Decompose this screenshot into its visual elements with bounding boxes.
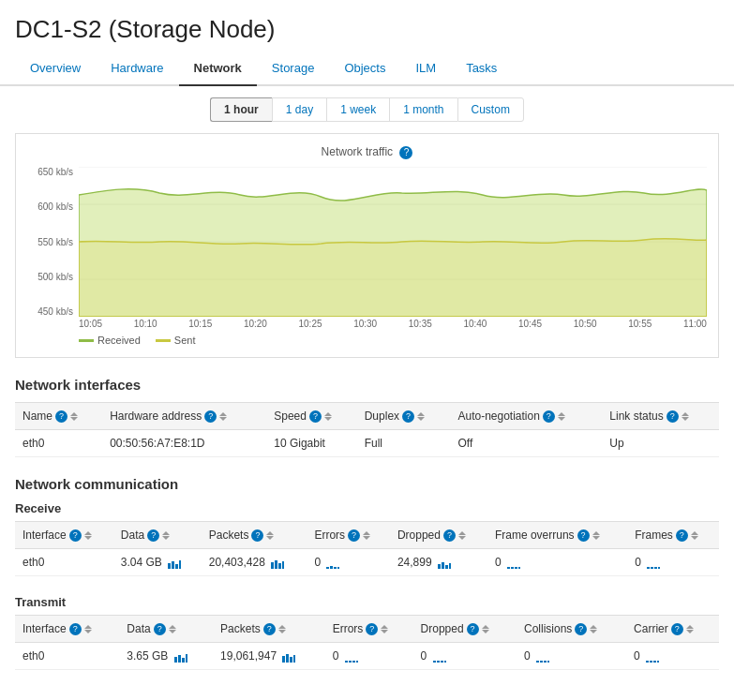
tx-data-info-icon[interactable]: ? <box>154 623 166 635</box>
svg-rect-48 <box>547 661 549 663</box>
tx-collisions-chart-icon[interactable] <box>536 652 549 662</box>
cell-tx-collisions: 0 <box>517 643 626 670</box>
duplex-info-icon[interactable]: ? <box>402 410 414 423</box>
rx-frame-overruns-info-icon[interactable]: ? <box>577 529 590 542</box>
transmit-header-row: Interface ? Data ? <box>15 616 719 643</box>
svg-rect-20 <box>449 563 451 569</box>
rx-frames-info-icon[interactable]: ? <box>676 529 688 542</box>
tx-dropped-chart-icon[interactable] <box>433 652 446 662</box>
tx-interface-sort[interactable] <box>84 625 92 633</box>
tx-errors-chart-icon[interactable] <box>345 652 358 662</box>
tx-collisions-sort[interactable] <box>590 625 597 633</box>
tx-collisions-info-icon[interactable]: ? <box>575 623 587 635</box>
tx-interface-info-icon[interactable]: ? <box>69 623 82 635</box>
chart-info-icon[interactable]: ? <box>399 146 412 159</box>
hardware-address-info-icon[interactable]: ? <box>204 410 217 423</box>
cell-duplex: Full <box>357 430 451 457</box>
tab-tasks[interactable]: Tasks <box>451 52 512 86</box>
th-rx-frame-overruns: Frame overruns ? <box>487 522 627 549</box>
tx-data-sort[interactable] <box>169 625 176 633</box>
rx-errors-chart-icon[interactable] <box>326 559 339 568</box>
cell-auto-negotiation: Off <box>450 430 602 457</box>
rx-errors-info-icon[interactable]: ? <box>348 529 360 542</box>
tx-packets-chart-icon[interactable] <box>282 652 295 662</box>
rx-dropped-sort[interactable] <box>458 531 466 540</box>
time-tab-1week[interactable]: 1 week <box>326 97 389 122</box>
rx-frames-sort[interactable] <box>691 531 698 540</box>
time-tab-custom[interactable]: Custom <box>457 97 524 122</box>
cell-tx-carrier: 0 <box>626 643 719 670</box>
legend-sent: Sent <box>156 335 196 346</box>
tx-carrier-chart-icon[interactable] <box>646 652 659 662</box>
svg-rect-44 <box>444 661 446 663</box>
svg-rect-12 <box>282 561 284 569</box>
time-tab-1day[interactable]: 1 day <box>272 97 326 122</box>
rx-packets-info-icon[interactable]: ? <box>251 529 263 542</box>
rx-dropped-info-icon[interactable]: ? <box>443 529 456 542</box>
svg-rect-37 <box>345 661 348 663</box>
auto-neg-sort[interactable] <box>558 412 565 421</box>
tx-carrier-sort[interactable] <box>686 625 694 633</box>
speed-info-icon[interactable]: ? <box>309 410 322 423</box>
th-speed: Speed ? <box>266 403 356 430</box>
tab-hardware[interactable]: Hardware <box>96 52 178 86</box>
link-status-info-icon[interactable]: ? <box>667 410 679 423</box>
rx-dropped-chart-icon[interactable] <box>438 559 451 568</box>
svg-rect-26 <box>651 567 653 569</box>
th-link-status: Link status ? <box>602 403 719 430</box>
time-tab-1hour[interactable]: 1 hour <box>210 97 272 122</box>
rx-packets-chart-icon[interactable] <box>271 559 284 568</box>
svg-rect-10 <box>275 560 277 569</box>
cell-link-status: Up <box>602 430 719 457</box>
tx-packets-sort[interactable] <box>278 625 286 633</box>
name-info-icon[interactable]: ? <box>55 410 67 423</box>
time-tab-1month[interactable]: 1 month <box>389 97 457 122</box>
tx-errors-info-icon[interactable]: ? <box>366 623 378 635</box>
rx-errors-sort[interactable] <box>363 531 370 540</box>
tx-data-chart-icon[interactable] <box>174 652 187 662</box>
rx-frames-chart-icon[interactable] <box>647 559 660 568</box>
tx-dropped-info-icon[interactable]: ? <box>467 623 479 635</box>
chart-legend: Received Sent <box>27 335 707 346</box>
cell-tx-dropped: 0 <box>413 643 517 670</box>
rx-data-info-icon[interactable]: ? <box>147 529 159 542</box>
name-sort[interactable] <box>70 412 78 421</box>
tx-errors-sort[interactable] <box>381 625 388 633</box>
svg-rect-35 <box>290 657 292 663</box>
speed-sort[interactable] <box>324 412 332 421</box>
rx-frame-overruns-sort[interactable] <box>592 531 600 540</box>
cell-rx-errors: 0 <box>307 549 389 576</box>
tab-overview[interactable]: Overview <box>15 52 96 86</box>
tab-objects[interactable]: Objects <box>329 52 400 86</box>
duplex-sort[interactable] <box>417 412 425 421</box>
svg-rect-49 <box>646 661 649 663</box>
svg-rect-46 <box>540 661 543 663</box>
rx-interface-sort[interactable] <box>84 531 92 540</box>
network-interfaces-section: Network interfaces Name ? Hardware addre… <box>15 377 719 457</box>
tx-carrier-info-icon[interactable]: ? <box>671 623 683 635</box>
rx-data-chart-icon[interactable] <box>168 559 181 568</box>
th-tx-carrier: Carrier ? <box>626 616 719 643</box>
tab-ilm[interactable]: ILM <box>400 52 451 86</box>
receive-table: Interface ? Data ? <box>15 521 719 576</box>
cell-tx-packets: 19,061,947 <box>213 643 325 670</box>
th-rx-interface: Interface ? <box>15 522 113 549</box>
tx-packets-info-icon[interactable]: ? <box>263 623 276 635</box>
receive-table-row: eth0 3.04 GB 20,403,428 <box>15 549 719 576</box>
th-hardware-address: Hardware address ? <box>102 403 266 430</box>
legend-sent-label: Sent <box>174 335 196 346</box>
rx-data-sort[interactable] <box>162 531 170 540</box>
rx-frame-overruns-chart-icon[interactable] <box>507 559 520 568</box>
svg-rect-33 <box>282 656 285 663</box>
tab-network[interactable]: Network <box>179 52 257 86</box>
rx-packets-sort[interactable] <box>266 531 274 540</box>
tab-storage[interactable]: Storage <box>257 52 330 86</box>
hardware-address-sort[interactable] <box>219 412 227 421</box>
rx-interface-info-icon[interactable]: ? <box>69 529 82 542</box>
svg-rect-43 <box>441 661 443 663</box>
auto-neg-info-icon[interactable]: ? <box>543 410 555 423</box>
tx-dropped-sort[interactable] <box>482 625 489 633</box>
link-status-sort[interactable] <box>682 412 689 421</box>
svg-rect-14 <box>330 566 333 569</box>
svg-rect-47 <box>544 661 547 663</box>
